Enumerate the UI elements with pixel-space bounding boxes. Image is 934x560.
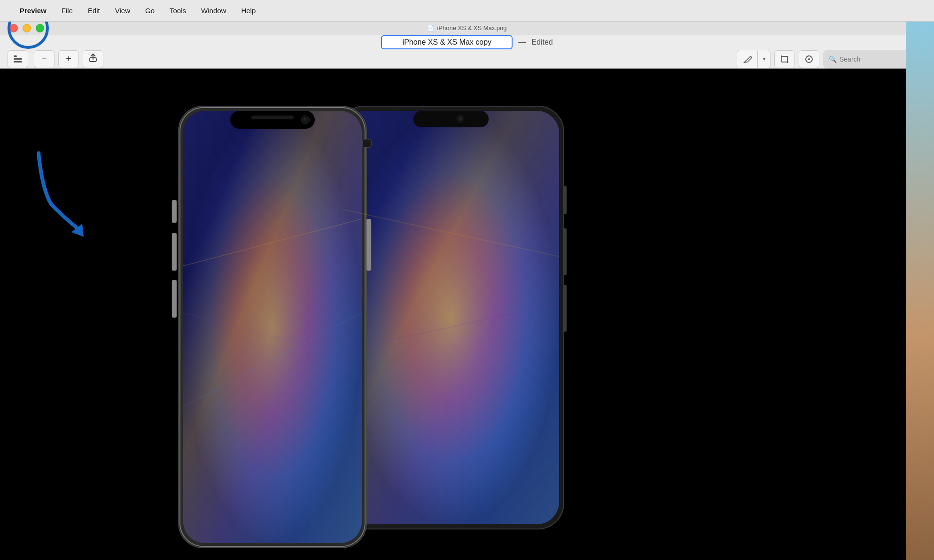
menu-tools[interactable]: Tools	[167, 6, 189, 16]
svg-rect-29	[251, 116, 294, 119]
svg-point-31	[303, 117, 308, 122]
window-controls	[9, 22, 44, 35]
svg-rect-9	[343, 111, 559, 524]
svg-point-18	[459, 117, 462, 121]
toolbar-right: ▾ 🔍	[737, 50, 926, 69]
main-content	[0, 69, 934, 560]
minimize-button[interactable]	[23, 24, 31, 32]
menu-help[interactable]: Help	[238, 6, 258, 16]
pen-icon	[743, 54, 752, 64]
sidebar-icon	[14, 55, 22, 62]
sidebar-toggle-button[interactable]	[8, 50, 28, 68]
toolbar: 📄 iPhone XS & XS Max.png — Edited − +	[0, 22, 934, 69]
svg-rect-25	[172, 233, 177, 271]
close-button[interactable]	[9, 24, 18, 32]
chevron-down-icon: ▾	[763, 56, 765, 62]
markup-pen-button[interactable]	[737, 50, 758, 68]
menu-window[interactable]: Window	[198, 6, 229, 16]
annotate-button[interactable]	[799, 50, 819, 68]
tab-bar: 📄 iPhone XS & XS Max.png	[0, 22, 934, 35]
svg-point-32	[304, 118, 305, 120]
share-icon	[88, 53, 98, 65]
document-image	[0, 69, 934, 560]
svg-rect-33	[363, 139, 371, 148]
document-tab[interactable]: 📄 iPhone XS & XS Max.png	[421, 23, 512, 33]
maximize-button[interactable]	[36, 24, 44, 32]
markup-dropdown-button[interactable]: ▾	[758, 50, 770, 68]
tab-title: iPhone XS & XS Max.png	[437, 24, 506, 31]
doc-title-input[interactable]	[381, 35, 513, 49]
svg-rect-11	[563, 228, 567, 275]
svg-point-3	[808, 58, 810, 60]
svg-rect-10	[563, 186, 567, 214]
edited-label: Edited	[531, 38, 553, 47]
title-row: — Edited	[0, 35, 934, 50]
zoom-out-icon: −	[41, 54, 47, 64]
share-button[interactable]	[83, 50, 103, 68]
tab-file-icon: 📄	[427, 25, 434, 31]
toolbar-buttons: − +	[0, 50, 934, 68]
svg-rect-24	[172, 200, 177, 223]
menu-edit[interactable]: Edit	[85, 6, 103, 16]
menu-file[interactable]: File	[59, 6, 76, 16]
crop-button[interactable]	[774, 50, 795, 68]
svg-rect-27	[366, 219, 371, 271]
svg-rect-26	[172, 280, 177, 318]
zoom-in-button[interactable]: +	[58, 50, 79, 68]
desktop-edge	[906, 0, 934, 560]
menu-view[interactable]: View	[112, 6, 133, 16]
zoom-in-icon: +	[66, 54, 71, 64]
annotate-icon	[804, 54, 814, 64]
doc-title-wrapper: — Edited	[381, 35, 553, 49]
menu-preview[interactable]: Preview	[17, 6, 49, 16]
menubar: Preview File Edit View Go Tools Window H…	[0, 0, 934, 22]
title-dash: —	[518, 38, 526, 47]
search-icon: 🔍	[829, 55, 837, 63]
svg-rect-1	[782, 56, 787, 62]
zoom-out-button[interactable]: −	[34, 50, 54, 68]
markup-group: ▾	[737, 50, 771, 69]
crop-icon	[780, 54, 789, 64]
svg-rect-16	[413, 111, 489, 127]
svg-rect-12	[563, 285, 567, 332]
menu-go[interactable]: Go	[142, 6, 157, 16]
